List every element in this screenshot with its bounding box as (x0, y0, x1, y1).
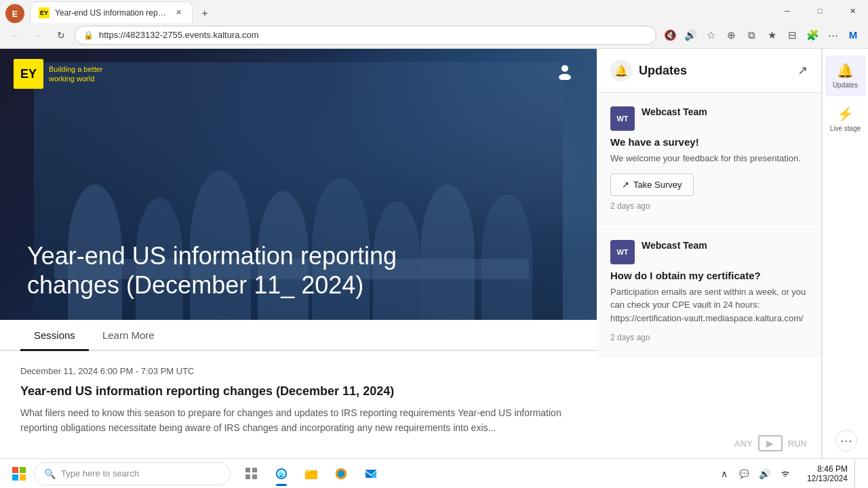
update-card-1: WT Webcast Team We have a survey! We wel… (597, 93, 821, 225)
start-button[interactable] (5, 460, 33, 487)
url-text: https://4823132-2755.events.kaltura.com (99, 30, 648, 40)
tab-sessions[interactable]: Sessions (20, 320, 89, 351)
firefox-app[interactable] (327, 460, 355, 487)
taskbar-clock[interactable]: 8:46 PM 12/13/2024 (802, 464, 853, 483)
survey-btn-label: Take Survey (633, 180, 682, 190)
bell-nav-icon: 🔔 (837, 62, 854, 79)
url-bar[interactable]: 🔒 https://4823132-2755.events.kaltura.co… (75, 26, 656, 45)
new-tab-button[interactable]: + (195, 4, 214, 23)
clock-time: 8:46 PM (817, 464, 848, 474)
ey-logo[interactable]: EY Building a betterworking world (14, 59, 103, 89)
maximize-button[interactable]: □ (804, 0, 835, 22)
svg-rect-6 (245, 468, 250, 472)
edge-app[interactable] (267, 460, 296, 487)
favorites-button[interactable]: ☆ (701, 26, 720, 45)
forward-button[interactable]: → (28, 26, 47, 45)
update-time-2: 2 days ago (610, 333, 808, 342)
task-view-icon (245, 468, 258, 480)
mute-button[interactable]: 🔇 (660, 26, 679, 45)
side-nav-live-stage[interactable]: ⚡ Live stage (825, 99, 866, 140)
task-view-button[interactable] (237, 460, 266, 487)
hero-title: Year-end US information reporting change… (0, 241, 475, 300)
tray-arrow-button[interactable]: ∧ (715, 464, 734, 483)
sender-avatar-2: WT (610, 240, 635, 264)
hero-section: EY Building a betterworking world Year-e… (0, 49, 597, 320)
file-explorer-app[interactable] (297, 460, 326, 487)
svg-rect-7 (252, 468, 257, 472)
outlook-app[interactable] (357, 460, 385, 487)
windows-logo (12, 467, 26, 481)
update-body-2: Participation emails are sent within a w… (610, 285, 808, 325)
address-bar: ← → ↻ 🔒 https://4823132-2755.events.kalt… (0, 22, 868, 49)
svg-rect-4 (12, 474, 18, 481)
show-desktop-button[interactable] (854, 460, 863, 487)
bell-icon: 🔔 (610, 60, 632, 81)
settings-button[interactable]: ⋯ (823, 26, 842, 45)
browser-extras-button[interactable]: ⊕ (722, 26, 741, 45)
ey-logo-text: Building a betterworking world (49, 64, 103, 84)
side-nav-live-label: Live stage (830, 125, 861, 133)
search-placeholder: Type here to search (61, 468, 139, 479)
take-survey-button[interactable]: ↗ Take Survey (610, 174, 694, 196)
updates-title: Updates (639, 64, 791, 78)
update-card-1-header: WT Webcast Team (610, 106, 808, 131)
wifi-icon (781, 469, 790, 479)
title-bar: ─ □ ✕ E EY Year-end US information repor… (0, 0, 868, 22)
file-explorer-icon (304, 467, 318, 481)
taskbar-tray: ∧ 💬 🔊 (709, 464, 800, 483)
user-icon (556, 62, 574, 80)
update-subject-1: We have a survey! (610, 136, 808, 148)
close-button[interactable]: ✕ (837, 0, 868, 22)
update-card-2-header: WT Webcast Team (610, 240, 808, 264)
update-time-1: 2 days ago (610, 201, 808, 211)
search-icon: 🔍 (44, 468, 56, 479)
svg-point-1 (559, 74, 571, 80)
session-title: Year-end US information reporting change… (20, 384, 576, 399)
sessions-content: December 11, 2024 6:00 PM - 7:03 PM UTC … (0, 351, 597, 464)
copilot-button[interactable]: M (844, 26, 863, 45)
clock-date: 12/13/2024 (807, 474, 848, 483)
svg-rect-9 (252, 474, 257, 479)
refresh-button[interactable]: ↻ (52, 26, 71, 45)
svg-rect-3 (20, 467, 26, 473)
tab-learn-more[interactable]: Learn More (89, 320, 168, 351)
more-options-button[interactable]: ⋯ (835, 430, 857, 451)
tray-volume-icon[interactable]: 🔊 (755, 464, 774, 483)
taskbar: 🔍 Type here to search (0, 458, 868, 488)
favorites-bar-button[interactable]: ★ (762, 26, 781, 45)
tab-title: Year-end US information reporti... (55, 8, 167, 18)
user-profile-button[interactable] (556, 62, 576, 83)
tray-network-icon[interactable] (776, 464, 795, 483)
taskbar-apps (237, 460, 385, 487)
read-aloud-button[interactable]: 🔊 (681, 26, 700, 45)
ey-logo-mark: EY (14, 59, 43, 89)
sender-name-2: Webcast Team (642, 240, 707, 251)
split-button[interactable]: ⧉ (742, 26, 761, 45)
nav-tabs: Sessions Learn More (0, 320, 597, 351)
active-tab[interactable]: EY Year-end US information reporti... ✕ (30, 1, 193, 23)
hero-title-text: Year-end US information reporting change… (27, 241, 448, 300)
expand-button[interactable]: ↗ (797, 63, 808, 78)
extensions-button[interactable]: 🧩 (803, 26, 822, 45)
lightning-nav-icon: ⚡ (837, 106, 854, 122)
collections-button[interactable]: ⊟ (783, 26, 802, 45)
session-description: What filers need to know this season to … (20, 405, 576, 436)
update-body-1: We welcome your feedback for this presen… (610, 152, 808, 165)
minimize-button[interactable]: ─ (772, 0, 803, 22)
svg-rect-16 (372, 473, 376, 478)
tray-notification-icon[interactable]: 💬 (735, 464, 754, 483)
updates-panel: 🔔 Updates ↗ WT Webcast Team We have a su… (597, 49, 822, 464)
back-button[interactable]: ← (5, 26, 24, 45)
sender-name-1: Webcast Team (642, 106, 707, 117)
profile-avatar[interactable]: E (5, 4, 24, 23)
tab-close-button[interactable]: ✕ (173, 7, 184, 18)
main-content: EY Building a betterworking world Year-e… (0, 49, 868, 464)
firefox-icon (334, 467, 348, 481)
svg-rect-8 (245, 474, 250, 479)
tab-favicon: EY (39, 7, 50, 18)
taskbar-search-bar[interactable]: 🔍 Type here to search (34, 462, 231, 485)
outlook-icon (364, 467, 378, 481)
svg-point-13 (338, 470, 344, 477)
side-nav-updates[interactable]: 🔔 Updates (825, 56, 866, 96)
svg-rect-2 (12, 467, 18, 473)
